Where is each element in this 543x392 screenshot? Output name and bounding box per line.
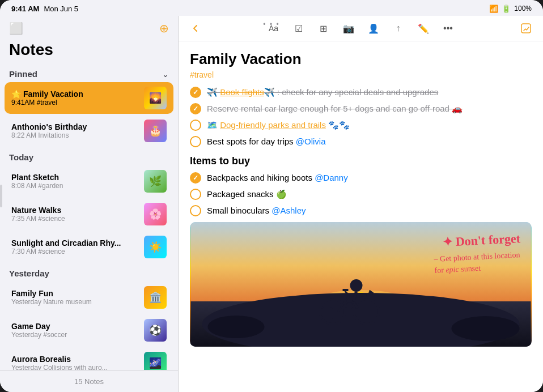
- section-today-label: Today: [9, 152, 33, 162]
- buy-check-1[interactable]: [190, 172, 201, 184]
- compose-button[interactable]: [518, 20, 534, 36]
- checklist-button[interactable]: ☑: [291, 20, 307, 36]
- editor-toolbar: • • • Aa ☑ ⊞ 📷 👤 ↑ ✏️ •••: [179, 16, 543, 41]
- note-item-aurora[interactable]: Aurora Borealis Yesterday Collisions wit…: [5, 347, 173, 370]
- sidebar-toggle-icon[interactable]: ⬜: [9, 22, 23, 35]
- note-title-plant-sketch: Plant Sketch: [11, 173, 138, 182]
- note-tag: #travel: [190, 70, 532, 79]
- note-text-sunlight: Sunlight and Circadian Rhy... 7:30 AM #s…: [11, 238, 138, 255]
- svg-line-22: [357, 295, 367, 296]
- note-meta-family-fun: Yesterday Nature museum: [11, 298, 138, 306]
- section-yesterday-label: Yesterday: [9, 269, 49, 278]
- status-right: 📶 🔋 100%: [489, 5, 532, 13]
- note-thumb-game-day: ⚽: [144, 319, 167, 342]
- note-item-game-day[interactable]: Game Day Yesterday #soccer ⚽: [5, 314, 173, 346]
- note-meta-family-vacation: 9:41AM #travel: [11, 99, 138, 106]
- note-thumb-sunlight: ☀️: [144, 236, 167, 258]
- editor-content[interactable]: Family Vacation #travel ✈️ Book flights✈…: [179, 41, 543, 392]
- pencil-button[interactable]: ✏️: [415, 20, 431, 36]
- camera-button[interactable]: 📷: [341, 20, 357, 36]
- note-thumb-family-fun: 🏛️: [144, 286, 167, 309]
- note-meta-birthday: 8:22 AM Invitations: [11, 131, 138, 139]
- items-to-buy-label: Items to buy: [190, 155, 532, 167]
- notes-count: 15 Notes: [74, 377, 104, 386]
- note-thumb-birthday: 🎂: [144, 120, 167, 142]
- note-item-family-vacation[interactable]: ⭐ Family Vacation 9:41AM #travel 🌄: [5, 82, 173, 114]
- note-thumb-plant-sketch: 🌿: [144, 170, 167, 193]
- book-flights-link[interactable]: Book flights: [220, 87, 264, 97]
- check-circle-3[interactable]: [190, 120, 201, 131]
- note-item-family-fun[interactable]: Family Fun Yesterday Nature museum 🏛️: [5, 282, 173, 313]
- sidebar-list: Pinned ⌄ ⭐ Family Vacation 9:41AM #trave…: [0, 65, 178, 370]
- note-image: ✦ Don't forget – Get photo at this locat…: [190, 222, 532, 347]
- sidebar: ⬜ ⊕ Notes Pinned ⌄ ⭐ Family Vacation 9:4…: [0, 16, 179, 392]
- note-title-sunlight: Sunlight and Circadian Rhy...: [11, 238, 138, 248]
- note-title-game-day: Game Day: [11, 322, 138, 331]
- overlay-line1: ✦ Don't forget: [434, 231, 520, 250]
- note-title-family-vacation: ⭐ Family Vacation: [11, 90, 138, 99]
- buy-text-1: Backpacks and hiking boots @Danny: [207, 172, 532, 184]
- person-button[interactable]: 👤: [366, 20, 381, 36]
- buy-item-1: Backpacks and hiking boots @Danny: [190, 172, 532, 184]
- more-button[interactable]: •••: [440, 20, 456, 36]
- mention-danny: @Danny: [315, 173, 348, 182]
- svg-rect-23: [323, 307, 333, 319]
- check-circle-2[interactable]: [190, 103, 201, 114]
- note-meta-aurora: Yesterday Collisions with auro...: [11, 364, 138, 370]
- note-item-plant-sketch[interactable]: Plant Sketch 8:08 AM #garden 🌿: [5, 165, 173, 197]
- status-date: Mon Jun 5: [44, 5, 78, 13]
- toolbar-left: [188, 20, 203, 36]
- check-circle-4[interactable]: [190, 136, 201, 147]
- back-button[interactable]: [188, 20, 203, 36]
- note-title-birthday: Anthonio's Birthday: [11, 122, 138, 131]
- buy-text-2: Packaged snacks 🍏: [207, 188, 532, 200]
- check-circle-1[interactable]: [190, 87, 201, 98]
- note-meta-nature-walks: 7:35 AM #science: [11, 215, 138, 223]
- note-item-nature-walks[interactable]: Nature Walks 7:35 AM #science 🌸: [5, 198, 173, 230]
- pinned-chevron-icon[interactable]: ⌄: [162, 70, 169, 79]
- note-title-family-fun: Family Fun: [11, 289, 138, 298]
- sidebar-header: ⬜ ⊕: [0, 16, 178, 39]
- section-pinned-label: Pinned: [9, 69, 37, 79]
- svg-point-7: [452, 316, 520, 341]
- note-overlay: ✦ Don't forget – Get photo at this locat…: [434, 233, 520, 274]
- buy-check-2[interactable]: [190, 189, 201, 200]
- drag-handle[interactable]: [0, 185, 2, 207]
- table-button[interactable]: ⊞: [316, 20, 332, 36]
- svg-point-24: [346, 302, 353, 309]
- note-thumb-nature-walks: 🌸: [144, 203, 167, 225]
- note-item-anthonios-birthday[interactable]: Anthonio's Birthday 8:22 AM Invitations …: [5, 115, 173, 147]
- note-thumb-family-vacation: 🌄: [144, 87, 167, 109]
- buy-text-3: Small binoculars @Ashley: [207, 204, 532, 216]
- sidebar-title: Notes: [0, 39, 178, 65]
- checklist-text-3: 🗺️ Dog-friendly parks and trails 🐾🐾: [207, 119, 532, 131]
- share-button[interactable]: ↑: [391, 20, 406, 36]
- buy-item-2: Packaged snacks 🍏: [190, 188, 532, 200]
- section-yesterday-header: Yesterday: [0, 264, 178, 280]
- toolbar-dots: • • •: [263, 20, 279, 28]
- checklist-item-4: Best spots for day trips @Olivia: [190, 135, 532, 147]
- main-content: ⬜ ⊕ Notes Pinned ⌄ ⭐ Family Vacation 9:4…: [0, 16, 543, 392]
- checklist-text-1: ✈️ Book flights✈️ : check for any specia…: [207, 86, 532, 98]
- note-text-aurora: Aurora Borealis Yesterday Collisions wit…: [11, 355, 138, 370]
- overlay-line2: – Get photo at this locationfor epic sun…: [434, 249, 521, 276]
- note-meta-plant-sketch: 8:08 AM #garden: [11, 182, 138, 190]
- sidebar-footer: 15 Notes: [0, 370, 178, 392]
- mention-ashley: @Ashley: [272, 206, 306, 215]
- note-meta-game-day: Yesterday #soccer: [11, 331, 138, 339]
- buy-check-3[interactable]: [190, 205, 201, 216]
- note-title-nature-walks: Nature Walks: [11, 206, 138, 215]
- buy-item-3: Small binoculars @Ashley: [190, 204, 532, 216]
- note-text-family-vacation: ⭐ Family Vacation 9:41AM #travel: [11, 90, 138, 106]
- checklist-item-2: Reserve rental car large enough for 5+ d…: [190, 103, 532, 114]
- sidebar-more-icon[interactable]: ⊕: [159, 22, 169, 35]
- note-item-sunlight[interactable]: Sunlight and Circadian Rhy... 7:30 AM #s…: [5, 231, 173, 263]
- note-title-aurora: Aurora Borealis: [11, 355, 138, 364]
- battery-icon: 🔋: [502, 5, 511, 13]
- checklist-text-4: Best spots for day trips @Olivia: [207, 135, 532, 147]
- note-text-family-fun: Family Fun Yesterday Nature museum: [11, 289, 138, 306]
- dog-parks-link[interactable]: Dog-friendly parks and trails: [220, 120, 326, 130]
- checklist-item-3: 🗺️ Dog-friendly parks and trails 🐾🐾: [190, 119, 532, 131]
- note-thumb-aurora: 🌌: [144, 352, 167, 370]
- svg-point-6: [208, 316, 265, 338]
